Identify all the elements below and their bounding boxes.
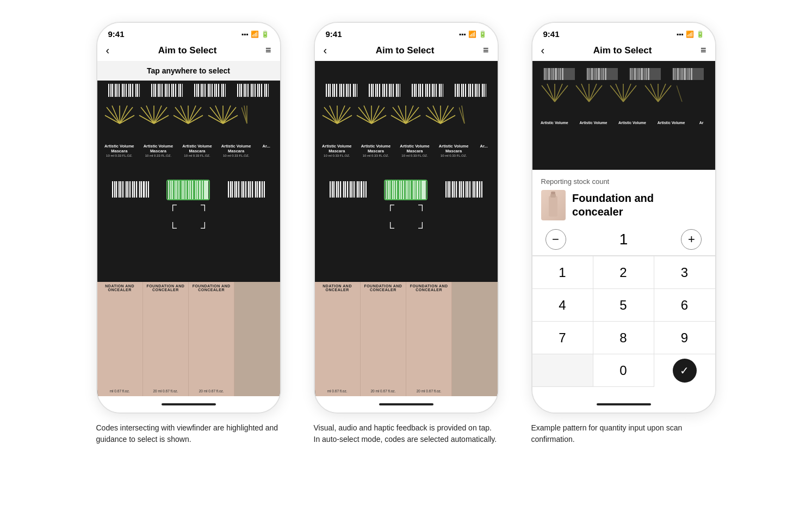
- numpad-key-0[interactable]: 0: [593, 354, 654, 387]
- svg-rect-236: [337, 181, 338, 198]
- product-thumbnail: [541, 190, 566, 220]
- shelf-col-2a: NDATION ANDONCEALER ml 0.67 fl.oz.: [315, 282, 361, 396]
- svg-line-226: [441, 106, 448, 124]
- phone-frame-1: 9:41 ▪▪▪ 📶 🔋 ‹ Aim to Select ≡ Tap anywh…: [96, 22, 281, 414]
- svg-line-329: [581, 84, 589, 102]
- status-icons-1: ▪▪▪ 📶 🔋: [241, 30, 269, 38]
- svg-rect-150: [342, 84, 343, 97]
- svg-line-333: [610, 85, 623, 102]
- svg-line-78: [188, 107, 201, 124]
- svg-rect-305: [633, 68, 633, 80]
- svg-rect-162: [378, 84, 379, 97]
- svg-line-203: [330, 106, 337, 124]
- svg-rect-113: [177, 181, 178, 199]
- numpad-key-1[interactable]: 1: [532, 256, 593, 289]
- svg-rect-146: [333, 84, 334, 97]
- caption-1: Codes intersecting with viewfinder are h…: [96, 422, 281, 445]
- svg-rect-13: [137, 84, 137, 97]
- svg-line-60: [107, 107, 120, 124]
- numpad-key-confirm[interactable]: ✓: [654, 354, 715, 387]
- svg-rect-294: [587, 68, 588, 80]
- tap-banner-1: Tap anywhere to select: [97, 61, 280, 81]
- back-button-3[interactable]: ‹: [541, 44, 545, 57]
- svg-rect-119: [191, 181, 192, 199]
- product-label-3-3: Artistic Volume: [654, 121, 688, 125]
- menu-button-1[interactable]: ≡: [265, 45, 271, 56]
- home-indicator-2: [315, 396, 498, 413]
- svg-rect-265: [420, 181, 422, 199]
- numpad-key-7[interactable]: 7: [532, 322, 593, 354]
- svg-rect-19: [159, 84, 159, 97]
- top-barcode-row-3: [532, 66, 715, 82]
- svg-rect-139: [258, 181, 259, 198]
- svg-rect-291: [560, 68, 561, 80]
- shelf-size-1b: 20 ml 0.67 fl.oz.: [153, 389, 178, 393]
- menu-button-3[interactable]: ≡: [701, 45, 706, 56]
- qty-card: Reporting stock count Foundation and con…: [532, 170, 715, 396]
- svg-line-216: [393, 107, 406, 124]
- svg-rect-267: [447, 181, 448, 198]
- phone-frame-3: 9:41 ▪▪▪ 📶 🔋 ‹ Aim to Select ≡: [531, 22, 716, 414]
- menu-button-2[interactable]: ≡: [483, 45, 489, 56]
- product-label-2-1: Artistic Volume Mascara 10 ml 0.33 FL.OZ…: [359, 144, 393, 158]
- svg-rect-167: [390, 84, 390, 97]
- status-bar-2: 9:41 ▪▪▪ 📶 🔋: [315, 23, 498, 41]
- svg-rect-117: [187, 181, 188, 199]
- product-label-row-1: Artistic Volume Mascara 10 ml 0.33 FL.OZ…: [97, 144, 280, 158]
- svg-rect-93: [115, 181, 116, 198]
- svg-rect-155: [354, 84, 355, 97]
- svg-line-81: [210, 107, 223, 124]
- svg-rect-299: [598, 68, 600, 80]
- svg-line-222: [406, 115, 420, 124]
- svg-rect-322: [691, 68, 692, 80]
- svg-rect-315: [675, 68, 676, 80]
- svg-rect-12: [133, 84, 135, 97]
- bracket-corners-1: [172, 205, 205, 231]
- numpad-key-3[interactable]: 3: [654, 256, 715, 289]
- svg-rect-199: [480, 84, 482, 97]
- svg-rect-273: [460, 181, 461, 198]
- svg-line-64: [120, 107, 133, 124]
- svg-line-75: [181, 106, 188, 124]
- svg-line-74: [175, 107, 188, 124]
- minus-button[interactable]: −: [546, 229, 566, 250]
- svg-line-84: [223, 106, 231, 124]
- svg-rect-318: [681, 68, 683, 80]
- shelf-size-2b: 20 ml 0.67 fl.oz.: [370, 389, 395, 393]
- qty-display: 1: [619, 231, 628, 248]
- back-button-1[interactable]: ‹: [106, 44, 110, 57]
- svg-rect-46: [238, 84, 239, 97]
- camera-view-2[interactable]: Artistic Volume Mascara 10 ml 0.33 FL.OZ…: [315, 61, 498, 396]
- svg-rect-241: [348, 181, 350, 198]
- back-button-2[interactable]: ‹: [324, 44, 327, 57]
- svg-line-326: [555, 84, 562, 102]
- svg-line-220: [406, 107, 419, 124]
- numpad-key-8[interactable]: 8: [593, 322, 654, 354]
- numpad-key-9[interactable]: 9: [654, 322, 715, 354]
- svg-rect-196: [473, 84, 475, 97]
- svg-rect-5: [117, 84, 119, 97]
- svg-rect-43: [222, 84, 223, 97]
- numpad-key-5[interactable]: 5: [593, 289, 654, 322]
- svg-rect-165: [385, 84, 386, 97]
- svg-rect-56: [260, 84, 261, 97]
- svg-rect-120: [193, 181, 195, 199]
- svg-rect-271: [455, 181, 456, 198]
- plus-button[interactable]: +: [681, 229, 702, 250]
- svg-line-343: [677, 85, 682, 102]
- svg-rect-14: [138, 84, 139, 97]
- svg-rect-186: [442, 84, 443, 97]
- camera-view-1[interactable]: Tap anywhere to select: [97, 61, 280, 396]
- numpad-key-4[interactable]: 4: [532, 289, 593, 322]
- svg-rect-57: [262, 84, 264, 97]
- product-label-0: Artistic Volume Mascara 10 ml 0.33 FL.OZ…: [102, 144, 136, 158]
- svg-rect-111: [173, 181, 175, 199]
- svg-rect-159: [372, 84, 373, 97]
- svg-line-339: [650, 84, 658, 102]
- svg-line-206: [337, 107, 350, 124]
- numpad-key-6[interactable]: 6: [654, 289, 715, 322]
- numpad-key-2[interactable]: 2: [593, 256, 654, 289]
- svg-rect-288: [553, 68, 554, 80]
- svg-rect-286: [548, 68, 550, 80]
- svg-rect-346: [551, 192, 555, 194]
